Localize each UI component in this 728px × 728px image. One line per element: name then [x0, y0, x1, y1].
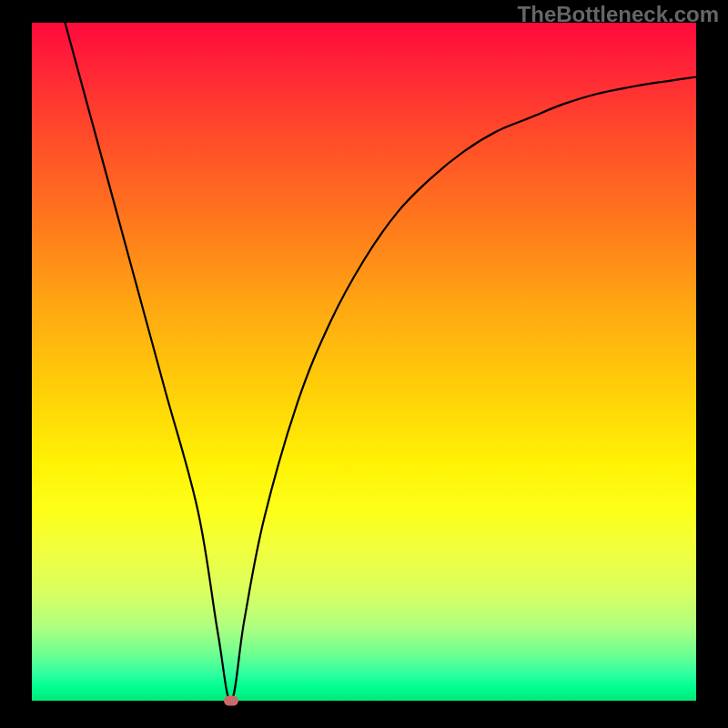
bottleneck-curve: [66, 23, 697, 701]
plot-area: [32, 23, 696, 701]
curve-svg: [32, 23, 696, 701]
watermark-text: TheBottleneck.com: [518, 2, 719, 27]
minimum-point-marker: [224, 696, 238, 706]
